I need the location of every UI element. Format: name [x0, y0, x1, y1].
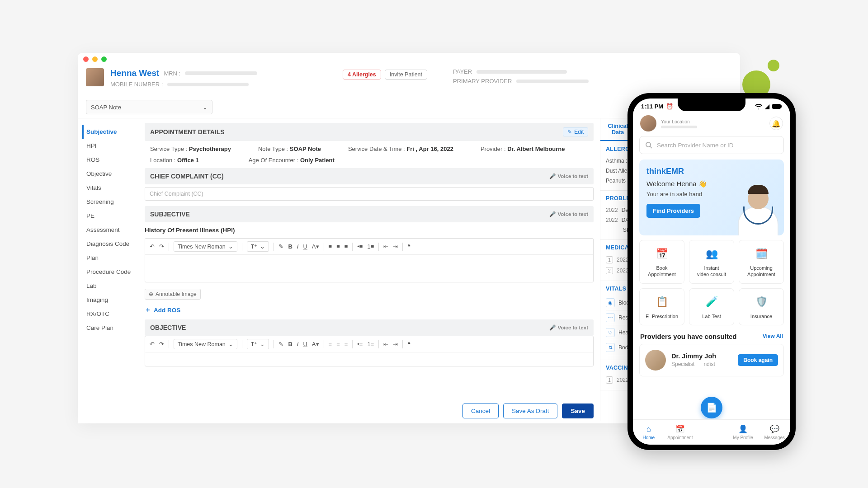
provider-card[interactable]: Dr. Jimmy Joh Specialist ndist Book agai…: [639, 344, 784, 376]
traffic-lights[interactable]: [83, 56, 735, 62]
nav-care-plan[interactable]: Care Plan: [82, 321, 145, 335]
minimize-window-icon[interactable]: [92, 56, 98, 62]
redo-icon[interactable]: ↷: [159, 243, 164, 250]
underline-icon[interactable]: U: [303, 243, 307, 250]
font-family-select[interactable]: Times New Roman⌄: [174, 241, 237, 252]
hpi-editor[interactable]: ↶ ↷ Times New Roman⌄ T⁺⌄ ✎ B I U A▾ ≡ ≡ …: [145, 238, 594, 282]
nav-appointment[interactable]: 📅Appointment: [665, 420, 696, 445]
number-list-icon[interactable]: 1≡: [367, 341, 374, 347]
nav-procedure-code[interactable]: Procedure Code: [82, 265, 145, 279]
fab-button[interactable]: 📄: [701, 397, 722, 418]
allergies-chip[interactable]: 4 Allergies: [343, 70, 381, 80]
note-type-select[interactable]: SOAP Note ⌄: [86, 100, 212, 114]
providers-title: Providers you have consulted: [640, 333, 736, 340]
invite-patient-button[interactable]: Invite Patient: [385, 70, 427, 80]
undo-icon[interactable]: ↶: [150, 341, 155, 347]
nav-home[interactable]: ⌂Home: [633, 420, 665, 445]
font-family-select[interactable]: Times New Roman⌄: [174, 339, 237, 349]
bottom-nav: ⌂Home 📅Appointment 👤My Profile 💬Messages: [633, 419, 790, 445]
clear-format-icon[interactable]: ✎: [278, 243, 283, 250]
font-size-select[interactable]: T⁺⌄: [247, 241, 269, 252]
align-center-icon[interactable]: ≡: [336, 243, 340, 250]
add-ros-button[interactable]: ＋ Add ROS: [145, 303, 594, 319]
book-again-button[interactable]: Book again: [738, 354, 778, 366]
align-left-icon[interactable]: ≡: [329, 243, 332, 250]
indent-icon[interactable]: ⇥: [393, 243, 398, 250]
quote-icon[interactable]: ❝: [407, 341, 410, 347]
tile-e-prescription[interactable]: 📋E- Prescription: [639, 288, 684, 325]
notifications-button[interactable]: 🔔: [769, 117, 783, 130]
close-window-icon[interactable]: [83, 56, 89, 62]
bullet-list-icon[interactable]: •≡: [357, 341, 363, 347]
nav-screening[interactable]: Screening: [82, 195, 145, 209]
nav-hpi[interactable]: HPI: [82, 139, 145, 153]
outdent-icon[interactable]: ⇤: [383, 341, 388, 347]
edit-appointment-button[interactable]: ✎ Edit: [563, 127, 588, 136]
find-providers-button[interactable]: Find Providers: [646, 204, 700, 218]
nav-ros[interactable]: ROS: [82, 153, 145, 167]
insurance-icon: 🛡️: [752, 294, 770, 310]
italic-icon[interactable]: I: [297, 341, 299, 347]
nav-imaging[interactable]: Imaging: [82, 293, 145, 307]
nav-rx-otc[interactable]: RX/OTC: [82, 307, 145, 321]
search-input[interactable]: Search Provider Name or ID: [639, 136, 784, 154]
nav-lab[interactable]: Lab: [82, 279, 145, 293]
patient-avatar[interactable]: [86, 68, 104, 86]
quote-icon[interactable]: ❝: [407, 243, 410, 250]
patient-name[interactable]: Henna West: [110, 68, 159, 78]
save-draft-button[interactable]: Save As Draft: [503, 404, 558, 418]
chief-complaint-input[interactable]: Chief Complaint (CC): [145, 187, 594, 201]
voice-to-text-button[interactable]: 🎤Voice to text: [549, 211, 588, 217]
nav-messages[interactable]: 💬Messages: [759, 420, 790, 445]
nav-pe[interactable]: PE: [82, 209, 145, 223]
voice-to-text-button[interactable]: 🎤Voice to text: [549, 324, 588, 331]
objective-editor[interactable]: ↶ ↷ Times New Roman⌄ T⁺⌄ ✎ B I U A▾ ≡ ≡ …: [145, 336, 594, 366]
nav-profile[interactable]: 👤My Profile: [727, 420, 759, 445]
user-avatar[interactable]: [640, 115, 656, 131]
view-all-link[interactable]: View All: [763, 333, 783, 339]
align-left-icon[interactable]: ≡: [329, 341, 332, 347]
tile-insurance[interactable]: 🛡️Insurance: [739, 288, 784, 325]
bullet-list-icon[interactable]: •≡: [357, 243, 363, 250]
location-value: Office 1: [177, 157, 199, 164]
doctor-illustration: [729, 170, 784, 235]
nav-vitals[interactable]: Vitals: [82, 181, 145, 195]
svg-point-2: [646, 142, 651, 147]
indent-icon[interactable]: ⇥: [393, 341, 398, 347]
number-list-icon[interactable]: 1≡: [367, 243, 374, 250]
tile-book-appointment[interactable]: 📅BookAppointment: [639, 240, 684, 284]
clear-format-icon[interactable]: ✎: [278, 341, 283, 347]
cancel-button[interactable]: Cancel: [462, 404, 499, 418]
nav-objective[interactable]: Objective: [82, 167, 145, 181]
align-right-icon[interactable]: ≡: [344, 341, 348, 347]
nav-plan[interactable]: Plan: [82, 251, 145, 265]
undo-icon[interactable]: ↶: [150, 243, 155, 250]
align-right-icon[interactable]: ≡: [344, 243, 348, 250]
font-color-icon[interactable]: A▾: [312, 243, 319, 250]
redo-icon[interactable]: ↷: [159, 341, 164, 347]
tile-video-consult[interactable]: 👥Instantvideo consult: [689, 240, 734, 284]
bold-icon[interactable]: B: [288, 341, 292, 347]
maximize-window-icon[interactable]: [101, 56, 107, 62]
nav-assessment[interactable]: Assessment: [82, 223, 145, 237]
tile-lab-test[interactable]: 🧪Lab Test: [689, 288, 734, 325]
annotable-image-button[interactable]: ⊕ Annotable Image: [145, 289, 201, 300]
appointment-details-title: APPOINTMENT DETAILS: [150, 128, 225, 136]
service-date-label: Service Date & Time :: [348, 145, 405, 152]
save-button[interactable]: Save: [562, 404, 594, 418]
outdent-icon[interactable]: ⇤: [383, 243, 388, 250]
nav-subjective[interactable]: Subjective: [82, 125, 145, 139]
italic-icon[interactable]: I: [297, 243, 299, 250]
underline-icon[interactable]: U: [303, 341, 307, 347]
font-size-select[interactable]: T⁺⌄: [247, 339, 269, 349]
hpi-textarea[interactable]: [145, 255, 593, 282]
location-value-redacted: [661, 126, 697, 128]
font-color-icon[interactable]: A▾: [312, 341, 319, 347]
align-center-icon[interactable]: ≡: [336, 341, 340, 347]
nav-diagnosis-code[interactable]: Diagnosis Code: [82, 237, 145, 251]
mic-icon: 🎤: [549, 173, 556, 179]
objective-textarea[interactable]: [145, 352, 593, 366]
tile-upcoming-appt[interactable]: 🗓️UpcomingAppointment: [739, 240, 784, 284]
voice-to-text-button[interactable]: 🎤Voice to text: [549, 173, 588, 179]
bold-icon[interactable]: B: [288, 243, 292, 250]
